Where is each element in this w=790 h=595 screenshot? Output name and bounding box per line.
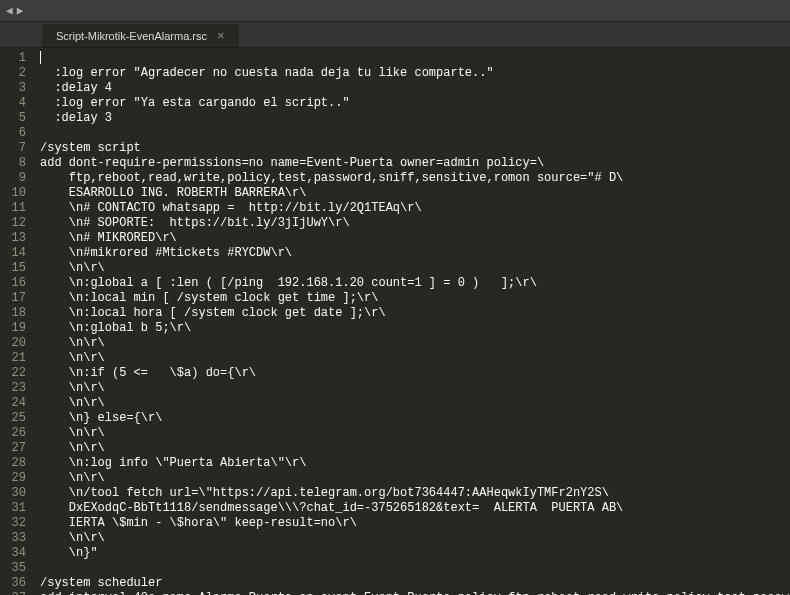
code-line[interactable]: \n# SOPORTE: https://bit.ly/3jIjUwY\r\ — [40, 216, 790, 231]
gutter-line: 1 — [8, 51, 26, 66]
gutter-line: 29 — [8, 471, 26, 486]
gutter-line: 12 — [8, 216, 26, 231]
nav-back-icon[interactable]: ◀ — [6, 4, 13, 17]
gutter-line: 5 — [8, 111, 26, 126]
gutter-line: 14 — [8, 246, 26, 261]
code-line[interactable]: DxEXodqC-BbTt1118/sendmessage\\\?chat_id… — [40, 501, 790, 516]
tab-title: Script-Mikrotik-EvenAlarma.rsc — [56, 30, 207, 42]
code-line[interactable]: add interval=40s name=Alarma-Puerta on-e… — [40, 591, 790, 595]
gutter-line: 21 — [8, 351, 26, 366]
code-line[interactable]: \n\r\ — [40, 471, 790, 486]
code-line[interactable]: :log error "Ya esta cargando el script..… — [40, 96, 790, 111]
tabbar: Script-Mikrotik-EvenAlarma.rsc × — [0, 22, 790, 48]
code-line[interactable]: \n\r\ — [40, 396, 790, 411]
code-line[interactable]: \n\r\ — [40, 381, 790, 396]
code-line[interactable]: ftp,reboot,read,write,policy,test,passwo… — [40, 171, 790, 186]
code-line[interactable]: IERTA \$min - \$hora\" keep-result=no\r\ — [40, 516, 790, 531]
code-line[interactable]: \n:log info \"Puerta Abierta\"\r\ — [40, 456, 790, 471]
gutter-line: 24 — [8, 396, 26, 411]
gutter-line: 34 — [8, 546, 26, 561]
code-line[interactable]: \n\r\ — [40, 531, 790, 546]
code-line[interactable]: /system script — [40, 141, 790, 156]
code-line[interactable]: \n#mikrored #Mtickets #RYCDW\r\ — [40, 246, 790, 261]
code-line[interactable]: \n} else={\r\ — [40, 411, 790, 426]
code-area[interactable]: :log error "Agradecer no cuesta nada dej… — [34, 48, 790, 595]
gutter-line: 8 — [8, 156, 26, 171]
code-line[interactable]: \n\r\ — [40, 261, 790, 276]
gutter-line: 27 — [8, 441, 26, 456]
code-line[interactable]: \n# MIKRORED\r\ — [40, 231, 790, 246]
gutter-line: 22 — [8, 366, 26, 381]
gutter-line: 36 — [8, 576, 26, 591]
gutter-line: 26 — [8, 426, 26, 441]
code-line[interactable]: \n/tool fetch url=\"https://api.telegram… — [40, 486, 790, 501]
code-line[interactable]: /system scheduler — [40, 576, 790, 591]
code-line[interactable]: ESARROLLO ING. ROBERTH BARRERA\r\ — [40, 186, 790, 201]
gutter: 1234567891011121314151617181920212223242… — [0, 48, 34, 595]
gutter-line: 10 — [8, 186, 26, 201]
gutter-line: 25 — [8, 411, 26, 426]
code-line[interactable]: :delay 4 — [40, 81, 790, 96]
text-cursor — [40, 51, 41, 64]
titlebar: ◀ ▶ — [0, 0, 790, 22]
gutter-line: 17 — [8, 291, 26, 306]
gutter-line: 9 — [8, 171, 26, 186]
code-line[interactable]: \n}" — [40, 546, 790, 561]
gutter-line: 11 — [8, 201, 26, 216]
gutter-line: 32 — [8, 516, 26, 531]
gutter-line: 28 — [8, 456, 26, 471]
code-line[interactable]: add dont-require-permissions=no name=Eve… — [40, 156, 790, 171]
gutter-line: 19 — [8, 321, 26, 336]
code-line[interactable]: \n:if (5 <= \$a) do={\r\ — [40, 366, 790, 381]
code-line[interactable]: \n\r\ — [40, 351, 790, 366]
gutter-line: 2 — [8, 66, 26, 81]
code-line[interactable]: \n\r\ — [40, 426, 790, 441]
code-line[interactable]: :log error "Agradecer no cuesta nada dej… — [40, 66, 790, 81]
code-line[interactable]: \n\r\ — [40, 336, 790, 351]
nav-forward-icon[interactable]: ▶ — [17, 4, 24, 17]
code-line[interactable]: \n# CONTACTO whatsapp = http://bit.ly/2Q… — [40, 201, 790, 216]
editor: 1234567891011121314151617181920212223242… — [0, 48, 790, 595]
code-line[interactable]: \n:global b 5;\r\ — [40, 321, 790, 336]
tab-active[interactable]: Script-Mikrotik-EvenAlarma.rsc × — [42, 24, 239, 47]
gutter-line: 23 — [8, 381, 26, 396]
gutter-line: 31 — [8, 501, 26, 516]
code-line[interactable]: :delay 3 — [40, 111, 790, 126]
gutter-line: 15 — [8, 261, 26, 276]
gutter-line: 13 — [8, 231, 26, 246]
code-line[interactable] — [40, 561, 790, 576]
code-line[interactable]: \n:local hora [ /system clock get date ]… — [40, 306, 790, 321]
code-line[interactable] — [40, 51, 790, 66]
gutter-line: 6 — [8, 126, 26, 141]
gutter-line: 20 — [8, 336, 26, 351]
code-line[interactable]: \n:local min [ /system clock get time ];… — [40, 291, 790, 306]
gutter-line: 7 — [8, 141, 26, 156]
gutter-line: 37 — [8, 591, 26, 595]
nav-arrows: ◀ ▶ — [6, 4, 23, 17]
gutter-line: 16 — [8, 276, 26, 291]
gutter-line: 4 — [8, 96, 26, 111]
close-icon[interactable]: × — [217, 29, 225, 42]
gutter-line: 33 — [8, 531, 26, 546]
code-line[interactable] — [40, 126, 790, 141]
gutter-line: 18 — [8, 306, 26, 321]
code-line[interactable]: \n:global a [ :len ( [/ping 192.168.1.20… — [40, 276, 790, 291]
gutter-line: 3 — [8, 81, 26, 96]
code-line[interactable]: \n\r\ — [40, 441, 790, 456]
gutter-line: 30 — [8, 486, 26, 501]
gutter-line: 35 — [8, 561, 26, 576]
